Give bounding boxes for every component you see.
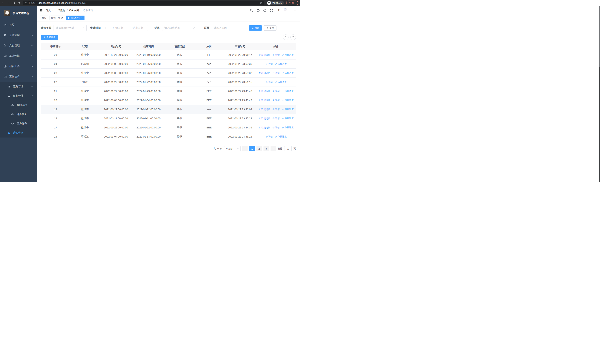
refresh-icon (266, 27, 269, 29)
search-button[interactable]: 搜索 (249, 25, 262, 31)
approval-progress-link[interactable]: 审批进度 (282, 126, 293, 129)
cancel-leave-link[interactable]: 取消请假 (259, 117, 270, 120)
approval-progress-link[interactable]: 审批进度 (282, 117, 293, 120)
next-page-button[interactable]: › (271, 146, 276, 151)
detail-link[interactable]: 详情 (272, 108, 280, 111)
breadcrumb-workflow[interactable]: 工作流程 (55, 9, 65, 12)
sidebar-item-my-process[interactable]: 我的流程 (0, 101, 37, 110)
sidebar-item-payment[interactable]: 支付管理 (0, 40, 37, 51)
close-icon[interactable] (61, 17, 63, 19)
view-icon (272, 117, 275, 120)
cell-status: 处理中 (70, 114, 100, 123)
sidebar-item-process-mgmt[interactable]: 流程管理 (0, 82, 37, 91)
breadcrumb-home[interactable]: 首页 (46, 9, 51, 12)
page-button-1[interactable]: 1 (249, 146, 255, 151)
browser-reload-button[interactable] (12, 1, 15, 4)
leave-type-select[interactable]: 请选择请假类型 (54, 25, 86, 31)
prev-page-button[interactable]: ‹ (242, 146, 248, 151)
eye-closed-icon (11, 122, 14, 125)
detail-link[interactable]: 详情 (272, 90, 280, 93)
cancel-leave-link[interactable]: 取消请假 (259, 126, 270, 129)
approval-progress-link[interactable]: 审批进度 (282, 53, 293, 56)
cell-id: 18 (41, 114, 70, 123)
page-button-2[interactable]: 2 (256, 146, 262, 151)
sidebar-item-devtools[interactable]: 研发工具 (0, 61, 37, 72)
start-date-input[interactable]: 开始日期 (110, 26, 126, 30)
sidebar-item-task-mgmt[interactable]: 任务管理 (0, 91, 37, 101)
fullscreen-icon[interactable] (270, 9, 273, 12)
table-row: 23 处理中 2022-01-03 00:00:00 2022-01-26 00… (41, 69, 296, 78)
page-size-select[interactable]: 10条/页 (224, 146, 241, 151)
approval-progress-link[interactable]: 审批进度 (282, 108, 293, 111)
cell-reason: eee (194, 105, 224, 114)
tab-process-detail[interactable]: 流程详情 (49, 16, 65, 20)
sidebar-item-todo-tasks[interactable]: 待办任务 (0, 110, 37, 119)
pen-icon (282, 72, 284, 74)
reset-button[interactable]: 重置 (264, 25, 276, 31)
browser-home-button[interactable] (18, 1, 20, 4)
kebab-menu-icon[interactable] (296, 2, 296, 4)
reason-input[interactable]: 请输入原因 (212, 25, 246, 31)
cell-apply-time: 2022-01-22 23:46:47 (224, 96, 256, 105)
user-menu-caret-icon[interactable] (293, 9, 297, 12)
cancel-leave-link[interactable]: 取消请假 (259, 99, 270, 102)
approval-progress-link[interactable]: 审批进度 (275, 81, 287, 84)
browser-toolbar: 不安全 dashboard.yudao.iocoder.cn/bpm/oa/le… (0, 0, 300, 6)
create-leave-button[interactable]: 发起请假 (41, 35, 58, 40)
apply-time-range-picker[interactable]: 开始日期 - 结束日期 (103, 25, 148, 31)
browser-back-button[interactable] (2, 1, 5, 4)
cell-end-time: 2022-01-26 00:00:00 (132, 69, 165, 77)
address-bar[interactable]: 不安全 dashboard.yudao.iocoder.cn/bpm/oa/le… (23, 0, 264, 5)
tab-home[interactable]: 首页 (40, 16, 48, 20)
approval-progress-link[interactable]: 审批进度 (275, 135, 287, 138)
apply-time-label: 申请时间 (90, 26, 101, 30)
detail-link[interactable]: 详情 (265, 63, 273, 65)
detail-link[interactable]: 详情 (272, 72, 280, 75)
cancel-leave-link[interactable]: 取消请假 (259, 90, 270, 93)
sidebar-item-done-tasks[interactable]: 已办任务 (0, 119, 37, 128)
detail-link[interactable]: 详情 (272, 126, 280, 129)
github-icon[interactable] (256, 9, 260, 12)
goto-page-input[interactable]: 1 (284, 146, 292, 151)
sidebar-collapse-icon[interactable] (40, 9, 43, 12)
cancel-leave-link[interactable]: 取消请假 (259, 108, 270, 111)
table-row: 18 处理中 2022-01-11 00:00:00 2022-01-11 00… (41, 114, 296, 123)
detail-link[interactable]: 详情 (272, 53, 280, 56)
detail-link[interactable]: 详情 (265, 81, 273, 84)
header-search-icon[interactable] (250, 9, 253, 12)
table-row: 22 通过 2022-01-22 00:00:00 2022-01-22 00:… (41, 78, 296, 87)
bookmark-star-icon[interactable] (260, 1, 262, 4)
table-row: 17 处理中 2022-01-22 00:00:00 2022-01-22 00… (41, 123, 296, 132)
detail-link[interactable]: 详情 (272, 99, 280, 102)
end-date-input[interactable]: 结束日期 (130, 26, 146, 30)
close-icon[interactable] (81, 17, 83, 19)
avatar[interactable] (283, 7, 290, 14)
detail-link[interactable]: 详情 (265, 135, 273, 138)
site-security-chip[interactable]: 不安全 (24, 1, 35, 4)
refresh-table-button[interactable] (290, 35, 296, 40)
toggle-search-button[interactable] (283, 35, 289, 40)
approval-progress-link[interactable]: 审批进度 (275, 63, 287, 65)
sidebar-item-system[interactable]: 系统管理 (0, 30, 37, 40)
help-icon[interactable] (263, 9, 266, 12)
sidebar-item-infra[interactable]: 基础设施 (0, 51, 37, 61)
sidebar-item-leave-query[interactable]: 请假查询 (0, 128, 37, 138)
tab-leave-query[interactable]: 请假查询 (66, 16, 84, 20)
app-title: 芋道管理系统 (13, 11, 29, 15)
approval-progress-link[interactable]: 审批进度 (282, 99, 293, 102)
sidebar-item-home[interactable]: 首页 (0, 20, 37, 30)
breadcrumb-oa-example[interactable]: OA 示例 (69, 9, 79, 12)
detail-link[interactable]: 详情 (272, 117, 280, 120)
approval-progress-link[interactable]: 审批进度 (282, 72, 293, 75)
pen-icon (282, 99, 284, 101)
page-button-3[interactable]: 3 (263, 146, 269, 151)
browser-update-menu[interactable]: 更新 (286, 0, 298, 5)
cell-end-time: 2022-01-19 00:00:00 (132, 50, 165, 59)
sidebar-item-workflow[interactable]: 工作流程 (0, 72, 37, 82)
cancel-leave-link[interactable]: 取消请假 (259, 72, 270, 75)
approval-progress-link[interactable]: 审批进度 (282, 90, 293, 93)
font-size-icon[interactable]: TT (276, 9, 280, 12)
browser-forward-button[interactable] (7, 1, 10, 4)
cancel-leave-link[interactable]: 取消请假 (259, 53, 270, 56)
result-select[interactable]: 请选择流结果 (162, 25, 197, 31)
